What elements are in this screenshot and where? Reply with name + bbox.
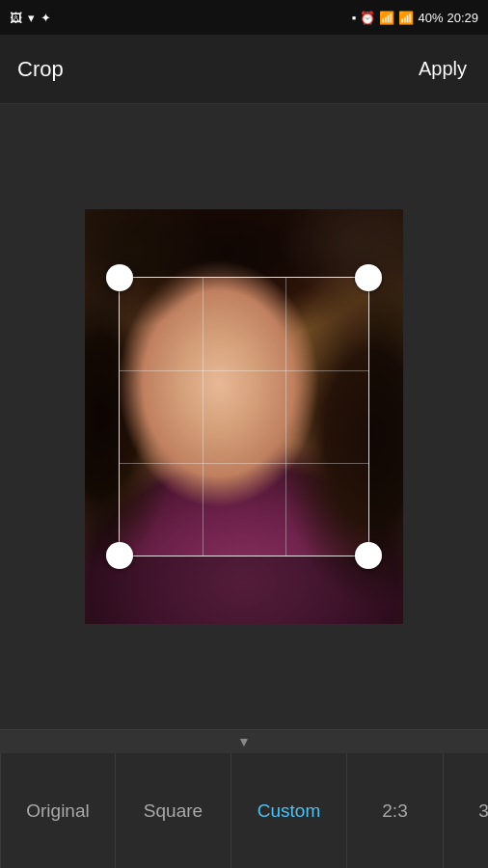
dropdown-icon: ▾	[28, 11, 35, 25]
tab-custom-label: Custom	[258, 800, 320, 822]
battery-percent: 40%	[418, 11, 443, 25]
tab-2-3-label: 2:3	[382, 800, 407, 822]
tab-original-label: Original	[26, 800, 89, 822]
time-display: 20:29	[447, 11, 478, 25]
wifi-icon: 📶	[379, 11, 394, 25]
tab-3-4-label: 3:4	[478, 800, 488, 822]
bottom-tabs: ▼ Original Square Custom 2:3 3:4 3:1	[0, 729, 488, 868]
top-bar: Crop Apply	[0, 35, 488, 104]
chevron-bar: ▼	[0, 730, 488, 753]
bb-icon: ✦	[41, 11, 51, 25]
status-bar: 🖼 ▾ ✦ ▪ ⏰ 📶 📶 40% 20:29	[0, 0, 488, 35]
tab-original[interactable]: Original	[0, 753, 116, 868]
alarm-icon: ⏰	[360, 11, 375, 25]
tab-square[interactable]: Square	[116, 753, 231, 868]
tab-2-3[interactable]: 2:3	[347, 753, 444, 868]
photo-background	[85, 209, 403, 624]
status-icons-left: 🖼 ▾ ✦	[10, 11, 51, 25]
tab-3-4[interactable]: 3:4	[444, 753, 488, 868]
chevron-down-icon: ▼	[237, 734, 251, 749]
status-icons-right: ▪ ⏰ 📶 📶 40% 20:29	[352, 11, 478, 25]
tab-custom[interactable]: Custom	[231, 753, 347, 868]
image-container	[85, 209, 403, 624]
battery-icon: ▪	[352, 11, 357, 25]
tab-square-label: Square	[144, 800, 203, 822]
signal-icon: 📶	[398, 11, 414, 25]
main-editing-area	[0, 104, 488, 729]
page-title: Crop	[17, 57, 64, 82]
gallery-icon: 🖼	[10, 11, 22, 25]
apply-button[interactable]: Apply	[415, 50, 471, 88]
photo-bg-layer	[85, 209, 403, 624]
crop-ratio-tabs: Original Square Custom 2:3 3:4 3:1	[0, 753, 488, 868]
